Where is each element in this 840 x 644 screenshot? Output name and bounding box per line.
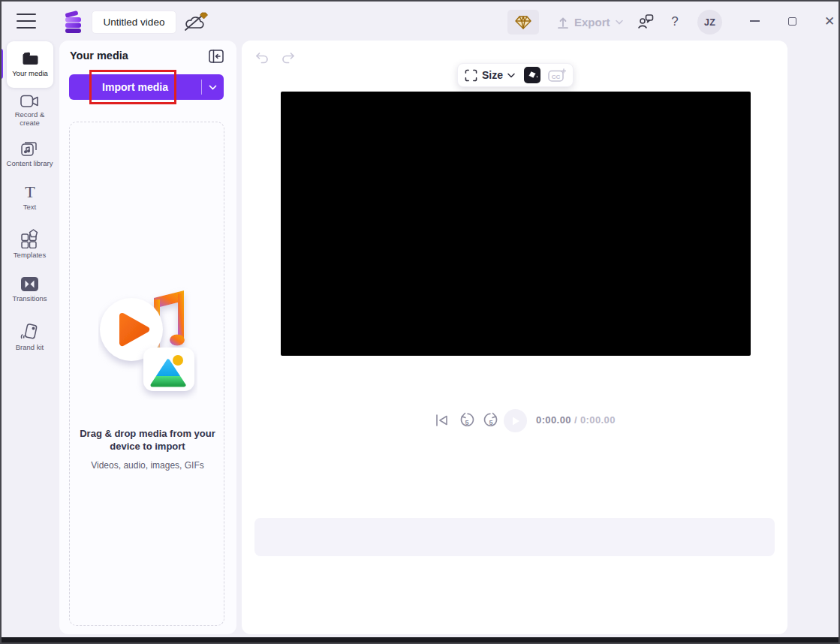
brand-kit-icon: [20, 323, 39, 341]
timecode-duration: / 0:00.00: [571, 414, 616, 426]
avatar-initials: JZ: [704, 17, 715, 28]
play-button[interactable]: [504, 409, 527, 432]
feedback-icon[interactable]: [636, 12, 655, 32]
captions-cc-label: CC: [552, 74, 561, 80]
sidebar-item-label: Transitions: [6, 294, 54, 302]
export-label: Export: [574, 16, 610, 29]
captions-button[interactable]: CC: [548, 68, 566, 83]
text-icon: T: [22, 184, 38, 200]
media-types-illustration: [98, 272, 197, 400]
active-tab-accent: [0, 49, 3, 79]
media-panel-title: Your media: [70, 50, 128, 62]
clipchamp-logo: [63, 10, 84, 34]
sidebar-item-templates[interactable]: Templates: [2, 229, 58, 259]
svg-text:5: 5: [489, 419, 492, 426]
premium-gem-button[interactable]: [507, 10, 539, 35]
sidebar-item-content-library[interactable]: Content library: [2, 139, 58, 167]
folder-icon: [22, 52, 39, 66]
canvas-toolbar: Size CC: [457, 63, 574, 87]
sidebar-item-label: Text: [6, 203, 54, 211]
window-close-button[interactable]: ✕: [818, 11, 840, 32]
video-preview-canvas[interactable]: [281, 92, 751, 356]
left-nav-rail: Your media Record & create: [2, 39, 58, 637]
dropzone-title: Drag & drop media from your device to im…: [77, 427, 218, 453]
import-media-button[interactable]: Import media: [69, 74, 224, 100]
sidebar-item-brand-kit[interactable]: Brand kit: [2, 323, 58, 351]
editor-panel: Size CC: [242, 41, 787, 634]
sidebar-item-transitions[interactable]: Transitions: [2, 276, 58, 302]
svg-text:T: T: [25, 184, 35, 200]
playback-controls: 5 5 0:00.00 / 0:00.00: [242, 408, 787, 435]
window-maximize-button[interactable]: [781, 11, 803, 32]
sidebar-item-your-media[interactable]: Your media: [7, 41, 53, 88]
undo-icon[interactable]: [254, 50, 270, 66]
export-button[interactable]: Export: [557, 11, 623, 32]
timecode: 0:00.00 / 0:00.00: [536, 414, 616, 426]
resize-frame-icon: [465, 69, 477, 82]
app-window: Export ? JZ ✕: [0, 0, 840, 644]
size-dropdown-button[interactable]: Size: [465, 69, 515, 82]
import-options-chevron-icon[interactable]: [202, 74, 224, 100]
top-bar: Export ? JZ ✕: [2, 2, 838, 39]
help-label: ?: [671, 14, 678, 29]
play-icon: [510, 416, 521, 426]
help-button[interactable]: ?: [665, 12, 685, 32]
size-label: Size: [482, 69, 503, 81]
autocompose-disabled-icon[interactable]: [182, 11, 208, 34]
dropzone-subtitle: Videos, audio, images, GIFs: [77, 460, 218, 471]
sidebar-item-text[interactable]: T Text: [2, 184, 58, 211]
timeline-empty-track[interactable]: [254, 518, 775, 556]
timecode-elapsed: 0:00.00: [536, 414, 571, 426]
video-title-input[interactable]: [92, 11, 176, 34]
window-bottom-edge: [2, 637, 838, 642]
rewind-5s-icon[interactable]: 5: [459, 411, 475, 429]
chevron-down-icon: [507, 73, 515, 78]
sidebar-item-label: Templates: [6, 251, 54, 259]
close-icon: ✕: [824, 14, 835, 29]
content-library-icon: [20, 139, 39, 157]
svg-text:5: 5: [465, 419, 468, 426]
your-media-panel: Your media Import media: [59, 41, 236, 634]
account-avatar[interactable]: JZ: [697, 10, 722, 35]
window-minimize-button[interactable]: [743, 11, 766, 32]
media-dropzone[interactable]: Drag & drop media from your device to im…: [69, 122, 224, 626]
camera-icon: [20, 95, 39, 108]
collapse-panel-icon[interactable]: [208, 48, 224, 65]
hamburger-menu-icon[interactable]: [17, 14, 36, 29]
redo-icon[interactable]: [280, 50, 297, 66]
paint-bucket-icon: [526, 70, 538, 81]
sidebar-item-label: Your media: [12, 69, 48, 77]
transitions-icon: [20, 276, 39, 292]
templates-icon: [20, 229, 39, 248]
sidebar-item-label: Record & create: [6, 110, 54, 127]
skip-to-start-icon[interactable]: [435, 413, 450, 428]
forward-5s-icon[interactable]: 5: [483, 411, 499, 429]
import-media-label: Import media: [69, 74, 201, 100]
background-color-button[interactable]: [524, 67, 540, 83]
sidebar-item-label: Brand kit: [6, 343, 54, 351]
sidebar-item-label: Content library: [6, 159, 54, 167]
sidebar-item-record-create[interactable]: Record & create: [2, 95, 58, 127]
